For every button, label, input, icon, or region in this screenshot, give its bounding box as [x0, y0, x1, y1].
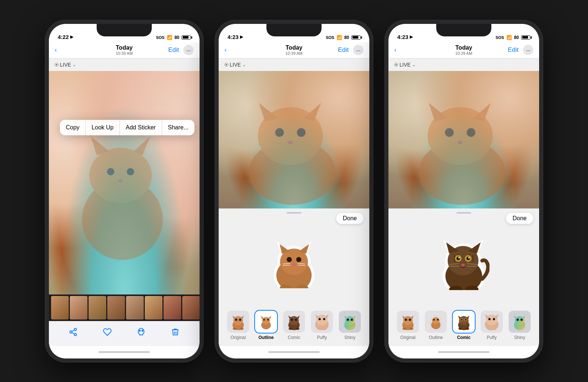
share-button[interactable]: Share... — [162, 120, 194, 135]
back-button-1[interactable]: ‹ — [55, 46, 57, 54]
pet-button[interactable] — [134, 325, 148, 339]
copy-button[interactable]: Copy — [60, 120, 86, 135]
sticker-thumb-puffy-2[interactable] — [311, 311, 333, 333]
status-time-1: 4:22 ▶ — [58, 34, 73, 40]
sticker-opt-outline-2[interactable]: Outline — [254, 311, 279, 340]
thumb-item[interactable] — [145, 296, 162, 319]
done-button-3[interactable]: Done — [506, 213, 533, 224]
more-button-3[interactable]: ··· — [523, 45, 533, 55]
done-button-2[interactable]: Done — [336, 213, 363, 224]
sticker-thumb-puffy-3[interactable] — [481, 311, 503, 333]
sticker-opt-shiny-2[interactable]: Shiny — [337, 311, 362, 340]
sticker-opt-puffy-3[interactable]: Puffy — [479, 311, 504, 340]
nav-title-main-1: Today — [116, 44, 133, 51]
svg-point-26 — [292, 263, 296, 266]
thumb-item[interactable] — [126, 296, 144, 319]
live-badge-2[interactable]: LIVE ⌄ — [225, 62, 246, 68]
sticker-svg-2 — [270, 237, 318, 288]
sticker-picker-2: Done — [219, 208, 369, 346]
nav-right-2: Edit ··· — [338, 45, 363, 55]
wifi-icon-1: 📶 — [167, 35, 172, 40]
svg-point-5 — [127, 168, 134, 175]
drag-handle-3[interactable] — [456, 212, 471, 214]
sticker-photo-2[interactable] — [219, 71, 369, 208]
more-button-2[interactable]: ··· — [353, 45, 363, 55]
svg-point-38 — [239, 318, 241, 321]
thumb-img — [164, 296, 181, 319]
favorite-button[interactable] — [100, 325, 115, 339]
svg-point-56 — [291, 318, 293, 321]
more-button-1[interactable]: ··· — [183, 45, 194, 55]
look-up-button[interactable]: Look Up — [86, 120, 120, 135]
svg-point-126 — [458, 328, 462, 330]
photo-area-1[interactable]: Copy Look Up Add Sticker Share... — [49, 71, 200, 294]
svg-point-39 — [237, 321, 239, 322]
sticker-thumb-comic-3[interactable] — [453, 311, 475, 333]
status-time-3: 4:23 ▶ — [397, 34, 413, 40]
live-badge-1[interactable]: LIVE ⌄ — [55, 62, 76, 68]
svg-point-109 — [409, 318, 411, 321]
back-button-3[interactable]: ‹ — [394, 46, 397, 54]
svg-point-7 — [139, 330, 140, 331]
add-sticker-button[interactable]: Add Sticker — [120, 120, 162, 135]
battery-3: 80 — [514, 35, 519, 40]
nav-title-sub-1: 10:39 AM — [116, 51, 133, 56]
nav-title-main-2: Today — [286, 44, 302, 51]
status-icons-2: SOS 📶 80 — [326, 35, 361, 40]
svg-point-76 — [445, 128, 454, 137]
svg-point-59 — [295, 328, 300, 330]
comic-label-3: Comic — [457, 335, 471, 340]
thumb-item[interactable] — [107, 296, 125, 319]
delete-button[interactable] — [168, 325, 183, 339]
sticker-opt-original-3[interactable]: Original — [395, 311, 420, 340]
sticker-opt-comic-3[interactable]: Comic — [451, 311, 476, 340]
sticker-thumb-original-2[interactable] — [227, 311, 249, 333]
live-bar-2: LIVE ⌄ — [219, 58, 369, 71]
sos-label-1: SOS — [156, 35, 164, 40]
cat-svg-2 — [219, 71, 369, 208]
original-label-3: Original — [400, 335, 415, 340]
svg-point-70 — [347, 318, 349, 321]
back-button-2[interactable]: ‹ — [225, 46, 227, 54]
thumb-item[interactable] — [51, 296, 69, 319]
drag-handle-2[interactable] — [287, 212, 301, 214]
battery-fill-2 — [352, 36, 358, 39]
edit-button-1[interactable]: Edit — [168, 46, 179, 54]
thumb-item[interactable] — [70, 296, 87, 319]
sticker-preview-2 — [219, 217, 369, 308]
thumbnail-strip-1[interactable] — [49, 294, 200, 321]
sticker-thumb-comic-2[interactable] — [283, 311, 305, 333]
sticker-thumb-outline-3[interactable] — [425, 311, 447, 333]
edit-button-3[interactable]: Edit — [508, 46, 519, 54]
edit-button-2[interactable]: Edit — [338, 46, 349, 54]
status-icons-1: SOS 📶 80 — [156, 35, 191, 40]
sticker-thumb-outline-2[interactable] — [255, 311, 277, 333]
outline-label-3: Outline — [429, 335, 443, 340]
sticker-thumb-shiny-3[interactable] — [509, 311, 531, 333]
nav-title-1: Today 10:39 AM — [116, 44, 133, 56]
sticker-photo-3[interactable] — [388, 71, 539, 208]
context-menu-1: Copy Look Up Add Sticker Share... — [60, 120, 194, 135]
live-bar-3: LIVE ⌄ — [388, 58, 539, 71]
home-indicator-1 — [49, 346, 200, 358]
sticker-opt-outline-3[interactable]: Outline — [423, 311, 448, 340]
location-arrow-3: ▶ — [410, 35, 413, 39]
sticker-opt-original-2[interactable]: Original — [226, 311, 251, 340]
sticker-thumb-shiny-2[interactable] — [339, 311, 361, 333]
live-chevron-3: ⌄ — [412, 62, 416, 67]
sos-label-2: SOS — [326, 35, 334, 40]
phone-2: 4:23 ▶ SOS 📶 80 ‹ — [215, 20, 373, 362]
sticker-opt-puffy-2[interactable]: Puffy — [309, 311, 334, 340]
thumb-item[interactable] — [89, 296, 106, 319]
sticker-thumb-original-3[interactable] — [397, 311, 419, 333]
nav-title-main-3: Today — [455, 44, 472, 51]
thumb-item[interactable] — [164, 296, 181, 319]
sticker-opt-comic-2[interactable]: Comic — [282, 311, 306, 340]
puffy-label-3: Puffy — [487, 335, 496, 340]
live-badge-3[interactable]: LIVE ⌄ — [394, 62, 416, 68]
original-label-2: Original — [230, 335, 245, 340]
thumb-item[interactable] — [182, 296, 200, 319]
svg-point-8 — [142, 330, 143, 331]
sticker-opt-shiny-3[interactable]: Shiny — [507, 311, 532, 340]
share-toolbar-button[interactable] — [66, 325, 80, 339]
